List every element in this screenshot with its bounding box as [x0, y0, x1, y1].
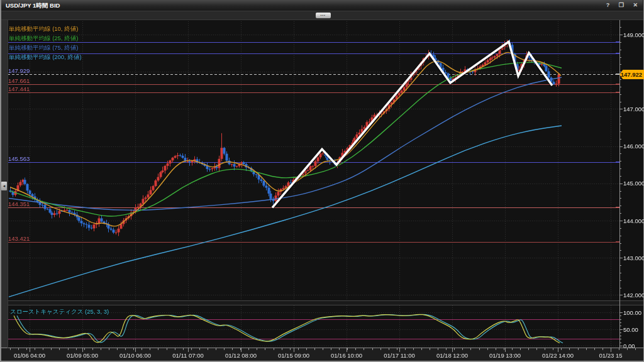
hline-price-label: 147.661 — [8, 77, 30, 84]
hline-price-label: 143.421 — [8, 235, 30, 242]
hline-price-label: 147.929 — [8, 67, 30, 74]
hline-price-label: 147.441 — [8, 85, 30, 92]
price-axis-label: 142.000 — [623, 292, 644, 299]
time-axis-label: 01/23 15 — [586, 352, 636, 359]
help-button[interactable]: ? — [606, 2, 610, 8]
price-axis-label: 143.000 — [623, 255, 644, 261]
stochastic-axis-label: 100.00 — [623, 309, 641, 316]
time-axis-label: 01/18 12:00 — [427, 352, 477, 359]
legend-item: 単純移動平均線 (10, 終値) — [9, 25, 78, 33]
time-axis-label: 01/11 07:00 — [163, 352, 213, 359]
time-axis-label: 01/22 14:00 — [533, 352, 583, 359]
time-axis-label: 01/16 10:00 — [321, 352, 372, 359]
stochastic-axis-label: 0.00 — [623, 343, 635, 349]
price-axis-label: 146.000 — [623, 143, 644, 150]
time-axis-label: 01/17 11:00 — [374, 352, 425, 359]
current-price-badge: 147.922 — [619, 70, 644, 79]
time-axis-label: 01/15 09:00 — [269, 352, 319, 359]
legend-item: 単純移動平均線 (25, 終値) — [9, 35, 78, 43]
hline-price-label: 145.563 — [8, 155, 30, 162]
chart-window: USD/JPY 1時間 BID ? ❒ ✕ ▪▪▪ ◂ 単純移動平均線 (10,… — [0, 0, 644, 362]
stochastic-label: スローストキャスティクス (25, 3, 3) — [10, 308, 109, 316]
window-titlebar: USD/JPY 1時間 BID ? ❒ ✕ — [1, 0, 643, 11]
close-button[interactable]: ✕ — [633, 2, 638, 8]
legend-item: 単純移動平均線 (75, 終値) — [9, 44, 78, 52]
stochastic-axis-label: 50.00 — [623, 326, 638, 333]
price-axis-label: 147.000 — [623, 106, 644, 112]
price-axis-label: 144.000 — [623, 217, 644, 224]
time-axis-label: 01/19 13:00 — [480, 352, 530, 359]
collapse-handle-button[interactable]: ▪▪▪ — [316, 13, 331, 18]
price-axis-label: 145.000 — [623, 180, 644, 187]
legend-item: 単純移動平均線 (200, 終値) — [9, 53, 82, 62]
time-axis-label: 01/10 06:00 — [110, 352, 160, 359]
panel-toggle-button[interactable]: ◂ — [1, 182, 7, 190]
time-axis-label: 01/06 04:00 — [4, 352, 55, 359]
hline-price-label: 144.351 — [8, 200, 30, 207]
window-title: USD/JPY 1時間 BID — [6, 2, 60, 9]
maximize-button[interactable]: ❒ — [619, 2, 624, 8]
time-axis-label: 01/09 05:00 — [57, 352, 108, 359]
toolbar-strip: ▪▪▪ — [1, 11, 643, 19]
time-axis-label: 01/12 08:00 — [216, 352, 266, 359]
price-axis-label: 149.000 — [623, 31, 644, 38]
window-controls: ? ❒ ✕ — [599, 0, 638, 11]
